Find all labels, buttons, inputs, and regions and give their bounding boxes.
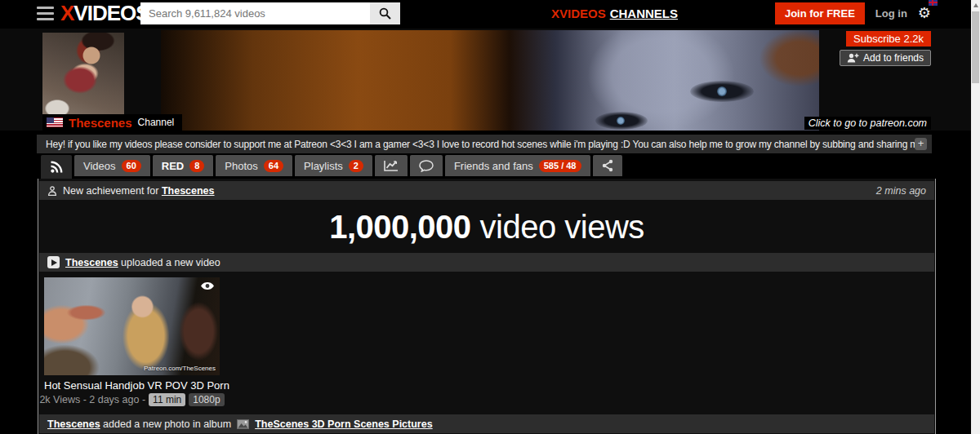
tab-comments[interactable] bbox=[410, 155, 443, 176]
tab-stats[interactable] bbox=[375, 155, 408, 176]
album-name-link[interactable]: TheScenes 3D Porn Scenes Pictures bbox=[255, 418, 432, 430]
join-free-button[interactable]: Join for FREE bbox=[775, 2, 865, 24]
tab-photos-count: 64 bbox=[264, 160, 283, 172]
milestone-number: 1,000,000 bbox=[329, 209, 470, 246]
banner-actions: Subscribe 2.2k Add to friends bbox=[840, 31, 931, 66]
tab-red-count: 8 bbox=[189, 160, 204, 172]
channel-tabs: Videos 60 RED 8 Photos 64 Playlists 2 Fr… bbox=[41, 155, 622, 179]
logo-rest: VIDEOS bbox=[74, 1, 149, 25]
us-flag-icon bbox=[47, 117, 63, 127]
page-scrollbar[interactable] bbox=[971, 0, 980, 434]
settings-control[interactable]: ⚙ bbox=[918, 6, 931, 21]
add-to-friends-button[interactable]: Add to friends bbox=[840, 50, 931, 66]
channel-description-bar: Hey! if you like my videos please consid… bbox=[37, 135, 932, 153]
expand-plus-icon[interactable]: + bbox=[915, 138, 927, 150]
album-text: Thescenes added a new photo in album bbox=[47, 418, 231, 430]
thumbnail-watermark: Patreon.com/TheScenes bbox=[144, 365, 216, 372]
channel-banner: Thescenes Channel Subscribe 2.2k Add to … bbox=[0, 29, 980, 131]
tab-friends-label: Friends and fans bbox=[454, 160, 533, 172]
gear-icon[interactable]: ⚙ bbox=[918, 5, 931, 21]
upload-action-text: uploaded a new video bbox=[121, 257, 220, 268]
scrollbar-thumb[interactable] bbox=[972, 11, 979, 83]
video-quality-badge: 1080p bbox=[189, 393, 224, 406]
upload-user-link[interactable]: Thescenes bbox=[65, 257, 118, 268]
channel-page: XVIDEOS XVIDEOSCHANNELS Join for FREE Lo… bbox=[0, 0, 980, 434]
channel-type-label: Channel bbox=[138, 117, 175, 128]
add-friend-icon bbox=[847, 53, 859, 63]
tab-videos-label: Videos bbox=[83, 160, 116, 172]
search-box bbox=[140, 2, 400, 24]
channel-name[interactable]: Thescenes bbox=[69, 116, 132, 130]
photo-icon bbox=[237, 419, 249, 429]
play-icon bbox=[47, 256, 60, 268]
video-title[interactable]: Hot Sensual Handjob VR POV 3D Porn bbox=[44, 379, 220, 392]
tab-videos-count: 60 bbox=[122, 160, 141, 172]
subscribe-button[interactable]: Subscribe 2.2k bbox=[846, 31, 931, 46]
banner-caption[interactable]: Click to go to patreon.com bbox=[804, 117, 931, 130]
upload-text: Thescenes uploaded a new video bbox=[65, 257, 220, 268]
page-title-brand: XVIDEOS bbox=[551, 7, 606, 20]
share-icon bbox=[602, 159, 613, 172]
site-logo[interactable]: XVIDEOS bbox=[60, 1, 149, 26]
tab-activity-feed[interactable] bbox=[41, 155, 72, 179]
channel-banner-image[interactable] bbox=[161, 30, 819, 131]
banner-art-eye bbox=[690, 81, 754, 102]
achievement-prefix: New achievement for bbox=[63, 185, 158, 197]
search-button[interactable] bbox=[370, 2, 400, 24]
language-flag-icon[interactable] bbox=[929, 0, 938, 6]
tab-red-label: RED bbox=[162, 160, 184, 172]
achievement-text: New achievement for Thescenes bbox=[63, 185, 215, 197]
milestone-headline: 1,000,000 video views bbox=[38, 203, 935, 250]
album-user-link[interactable]: Thescenes bbox=[47, 418, 100, 430]
tab-friends-count: 585 / 48 bbox=[539, 160, 581, 172]
album-action-text: added a new photo in album bbox=[103, 418, 231, 430]
channel-name-label: Thescenes Channel bbox=[42, 114, 182, 131]
achievement-user-link[interactable]: Thescenes bbox=[162, 185, 215, 197]
header-actions: Join for FREE Log in ⚙ bbox=[775, 0, 931, 27]
rss-icon bbox=[50, 161, 63, 174]
search-icon bbox=[379, 7, 391, 20]
tab-playlists[interactable]: Playlists 2 bbox=[295, 155, 372, 176]
channel-avatar[interactable] bbox=[42, 33, 124, 114]
video-meta: 2k Views - 2 days ago - 11 min 1080p bbox=[44, 393, 220, 406]
video-thumbnail[interactable]: Patreon.com/TheScenes bbox=[44, 277, 220, 375]
top-header: XVIDEOS XVIDEOSCHANNELS Join for FREE Lo… bbox=[0, 0, 980, 27]
milestone-suffix: video views bbox=[480, 209, 644, 246]
scrollbar-up-arrow-icon[interactable] bbox=[973, 3, 978, 7]
tab-videos[interactable]: Videos 60 bbox=[74, 155, 150, 176]
tab-photos[interactable]: Photos 64 bbox=[216, 155, 292, 176]
search-input[interactable] bbox=[140, 2, 370, 24]
banner-art-eye bbox=[595, 112, 648, 130]
video-card[interactable]: Patreon.com/TheScenes Hot Sensual Handjo… bbox=[44, 277, 220, 406]
add-to-friends-label: Add to friends bbox=[863, 52, 924, 64]
tab-friends-fans[interactable]: Friends and fans 585 / 48 bbox=[445, 155, 590, 176]
video-views-text: 2k Views - 2 days ago - bbox=[39, 394, 145, 405]
logo-x: X bbox=[60, 1, 74, 25]
tab-playlists-count: 2 bbox=[349, 160, 363, 172]
tab-red[interactable]: RED 8 bbox=[153, 155, 214, 176]
login-link[interactable]: Log in bbox=[875, 7, 907, 20]
tab-playlists-label: Playlists bbox=[304, 160, 343, 172]
album-item-header: Thescenes added a new photo in album The… bbox=[39, 414, 934, 433]
tab-share[interactable] bbox=[593, 155, 622, 176]
achievement-timestamp: 2 mins ago bbox=[876, 185, 926, 197]
eye-icon bbox=[200, 281, 215, 290]
page-title: XVIDEOSCHANNELS bbox=[551, 7, 678, 20]
page-title-channels[interactable]: CHANNELS bbox=[610, 7, 678, 20]
chart-icon bbox=[384, 160, 399, 171]
menu-icon[interactable] bbox=[37, 7, 54, 20]
upload-item-header: Thescenes uploaded a new video bbox=[39, 253, 934, 272]
tab-photos-label: Photos bbox=[225, 160, 257, 172]
video-duration-badge: 11 min bbox=[149, 393, 185, 406]
achievement-item-header: New achievement for Thescenes 2 mins ago bbox=[39, 181, 934, 200]
achievement-icon bbox=[47, 186, 57, 196]
channel-description: Hey! if you like my videos please consid… bbox=[46, 139, 915, 150]
activity-feed-panel: New achievement for Thescenes 2 mins ago… bbox=[38, 179, 936, 434]
comment-icon bbox=[419, 160, 434, 172]
